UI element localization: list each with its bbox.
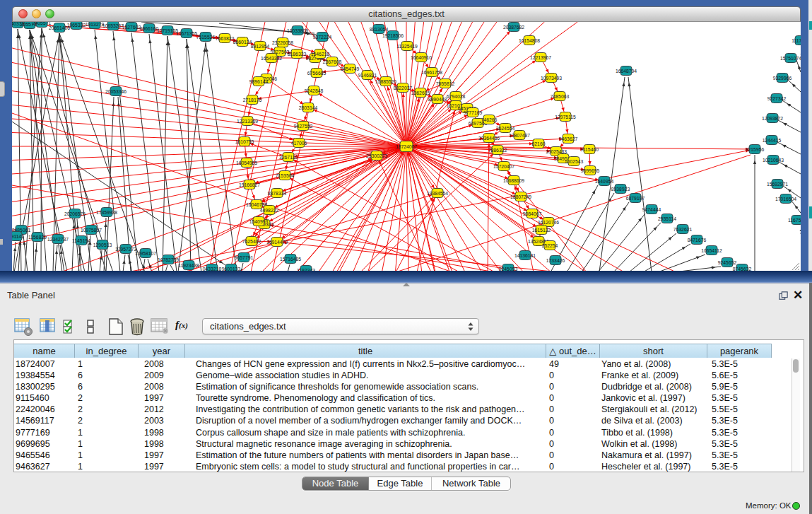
svg-text:8878334: 8878334 [268,191,287,196]
svg-text:4498222: 4498222 [260,208,279,213]
svg-text:1290513: 1290513 [93,243,112,247]
svg-text:252254: 252254 [542,243,558,248]
svg-text:2367608: 2367608 [323,59,342,64]
svg-text:9084067: 9084067 [523,211,542,216]
svg-text:9777169: 9777169 [464,110,483,115]
svg-text:10653267: 10653267 [102,23,124,28]
svg-text:6966160: 6966160 [140,26,159,31]
svg-text:20387682: 20387682 [503,25,524,30]
svg-text:746266: 746266 [481,117,498,122]
svg-text:10719155: 10719155 [157,28,178,33]
svg-text:10807487: 10807487 [509,133,530,138]
svg-text:12342737: 12342737 [47,237,69,242]
svg-text:15720407: 15720407 [493,164,514,169]
svg-text:19384554: 19384554 [427,191,448,196]
svg-text:1615132: 1615132 [532,228,551,233]
svg-text:19218506: 19218506 [382,33,404,38]
svg-text:12975115: 12975115 [555,115,576,119]
svg-text:1733426: 1733426 [546,258,565,263]
svg-text:417006: 417006 [291,141,307,146]
svg-text:10210643: 10210643 [763,158,784,163]
svg-text:3267110: 3267110 [279,155,298,160]
svg-text:10671355: 10671355 [176,31,197,36]
svg-text:8813054: 8813054 [370,27,389,32]
svg-text:25300273: 25300273 [366,153,387,158]
svg-text:8186323: 8186323 [288,52,307,57]
svg-text:7663822: 7663822 [216,36,235,41]
svg-text:20053346: 20053346 [105,89,126,94]
svg-text:10973493: 10973493 [541,76,562,81]
svg-text:9427552: 9427552 [294,124,313,129]
svg-text:16154808: 16154808 [519,38,540,43]
svg-text:6794028: 6794028 [447,94,466,99]
svg-text:11923438: 11923438 [178,263,199,268]
svg-text:1527602: 1527602 [122,25,141,30]
svg-text:7632621: 7632621 [673,227,693,232]
svg-text:16782759: 16782759 [158,257,179,262]
svg-text:9146821: 9146821 [358,73,377,78]
svg-text:10688609: 10688609 [503,178,524,183]
svg-text:8660124: 8660124 [233,40,252,45]
svg-text:12093872: 12093872 [762,116,783,121]
svg-text:7485063: 7485063 [551,94,570,99]
svg-text:16961758: 16961758 [421,70,442,75]
svg-text:8912954: 8912954 [251,44,270,49]
svg-text:8215956: 8215956 [746,147,765,152]
svg-text:9242848: 9242848 [305,88,324,93]
svg-text:20364436: 20364436 [478,136,500,141]
svg-text:7886322: 7886322 [488,148,507,153]
svg-text:9115460: 9115460 [580,147,599,152]
svg-text:9329966: 9329966 [773,76,792,81]
svg-text:1540993: 1540993 [249,219,269,224]
svg-text:9372224: 9372224 [313,35,332,40]
svg-text:16648794: 16648794 [616,69,637,74]
svg-text:2803144: 2803144 [299,105,318,110]
svg-text:10654112: 10654112 [701,248,722,253]
svg-text:16120746: 16120746 [538,220,559,225]
svg-text:16640910: 16640910 [411,55,432,60]
svg-text:9227342: 9227342 [767,96,787,101]
svg-text:1167535: 1167535 [788,218,801,223]
svg-text:1002543: 1002543 [565,159,584,164]
svg-text:17957273: 17957273 [115,247,136,252]
svg-text:7515526: 7515526 [196,35,216,40]
svg-text:16543382: 16543382 [261,56,282,61]
svg-text:12213369: 12213369 [237,119,258,124]
svg-text:17359938: 17359938 [96,210,117,215]
svg-text:10025433: 10025433 [546,149,567,154]
svg-text:12213967: 12213967 [530,55,551,60]
svg-text:16033809: 16033809 [287,28,308,33]
svg-text:15716485: 15716485 [280,257,301,262]
svg-text:1913278: 1913278 [86,22,105,27]
svg-text:1244415: 1244415 [763,138,782,143]
svg-text:8822037: 8822037 [394,86,413,90]
svg-text:11325419: 11325419 [396,44,418,49]
svg-text:14136141: 14136141 [514,253,536,258]
svg-text:6756685: 6756685 [307,71,326,76]
svg-text:20206576: 20206576 [64,211,86,216]
svg-text:7955812: 7955812 [436,81,455,86]
svg-text:9463627: 9463627 [559,136,578,141]
svg-text:19166827: 19166827 [239,182,260,187]
svg-text:15885520: 15885520 [375,79,396,84]
svg-text:9657791: 9657791 [235,255,254,260]
svg-text:1362615: 1362615 [411,90,430,95]
svg-text:15692971: 15692971 [767,182,788,187]
svg-text:1546218: 1546218 [311,52,330,57]
svg-text:1065332: 1065332 [67,23,86,28]
svg-text:2718176: 2718176 [243,98,262,103]
svg-text:7153504: 7153504 [276,173,295,178]
svg-text:10958107: 10958107 [135,251,156,256]
svg-text:1610755: 1610755 [235,139,254,144]
svg-text:8454749: 8454749 [341,66,360,71]
svg-text:1156829: 1156829 [28,235,47,240]
svg-text:391141: 391141 [12,234,24,239]
svg-text:8471676: 8471676 [688,238,707,243]
svg-text:10975867: 10975867 [81,228,102,233]
svg-text:16914479: 16914479 [266,240,288,245]
svg-text:6879197: 6879197 [626,196,645,201]
svg-text:8938923: 8938923 [611,187,630,192]
svg-text:8990448: 8990448 [428,97,447,102]
svg-text:1117342: 1117342 [792,38,801,43]
svg-text:18724007: 18724007 [396,144,417,149]
